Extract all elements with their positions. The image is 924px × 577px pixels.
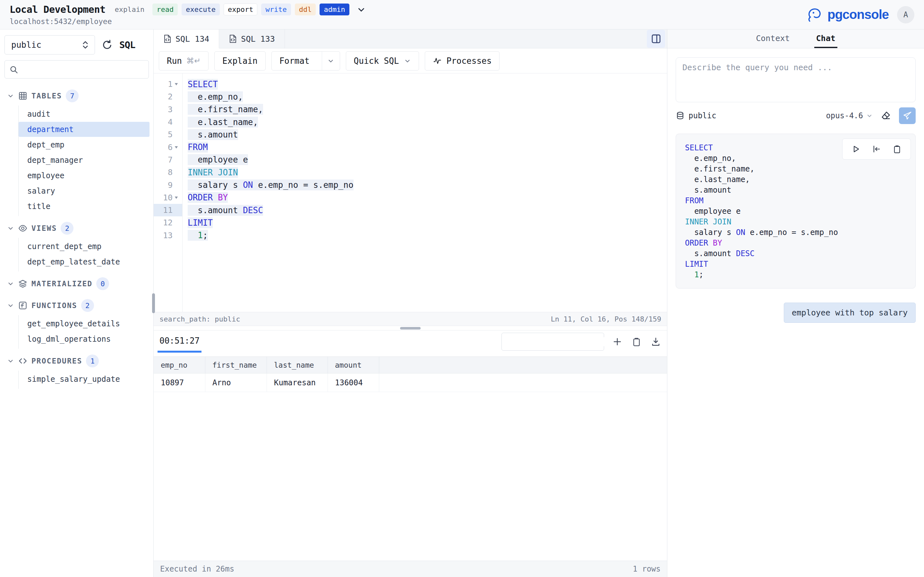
code-line-3[interactable]: e.first_name,: [188, 103, 667, 116]
line-number-1[interactable]: 1: [153, 78, 182, 90]
avatar[interactable]: A: [897, 6, 914, 23]
database-chip[interactable]: public: [676, 111, 716, 121]
results-search-input[interactable]: [509, 337, 607, 346]
schema-select[interactable]: public: [5, 35, 95, 55]
sidebar-search-input[interactable]: [21, 65, 144, 74]
line-number-10[interactable]: 10: [153, 191, 182, 204]
section-label: VIEWS: [31, 224, 57, 232]
format-label[interactable]: Format: [272, 52, 317, 70]
section-header-functions[interactable]: FUNCTIONS2: [0, 296, 153, 315]
run-sql-icon[interactable]: [851, 145, 861, 153]
line-number-9[interactable]: 9: [153, 179, 182, 191]
code-line-9[interactable]: salary s ON e.emp_no = s.emp_no: [188, 179, 667, 191]
cell-last_name[interactable]: Kumaresan: [267, 374, 328, 392]
connection-menu-chevron-icon[interactable]: [357, 5, 366, 15]
code-line-1[interactable]: SELECT: [188, 78, 667, 90]
tree-item-dept_manager[interactable]: dept_manager: [19, 153, 150, 168]
clear-chat-icon[interactable]: [880, 110, 891, 121]
tree-item-log_dml_operations[interactable]: log_dml_operations: [19, 332, 150, 347]
section-header-materialized[interactable]: MATERIALIZED0: [0, 274, 153, 293]
tab-chat[interactable]: Chat: [814, 29, 837, 48]
cell-amount[interactable]: 136004: [328, 374, 379, 392]
code-line-8[interactable]: INNER JOIN: [188, 166, 667, 179]
line-number-8[interactable]: 8: [153, 166, 182, 179]
cell-emp_no[interactable]: 10897: [153, 374, 205, 392]
code-line-2[interactable]: e.emp_no,: [188, 90, 667, 103]
assistant-tabs: Context Chat: [667, 29, 924, 48]
chevron-down-icon: [7, 280, 14, 287]
code-line-10[interactable]: ORDER BY: [188, 191, 667, 204]
tree-item-simple_salary_update[interactable]: simple_salary_update: [19, 372, 150, 387]
sidebar-resize-handle[interactable]: [152, 293, 155, 313]
tree-item-salary[interactable]: salary: [19, 183, 150, 198]
section-header-views[interactable]: VIEWS2: [0, 219, 153, 238]
editor-tabbar: SQL 134 SQL 133: [153, 29, 667, 48]
code-line-12[interactable]: LIMIT: [188, 216, 667, 229]
add-result-tab-icon[interactable]: [612, 337, 622, 347]
download-results-icon[interactable]: [651, 337, 661, 347]
split-view-button[interactable]: [647, 30, 665, 48]
column-header-emp_no[interactable]: emp_no: [153, 357, 205, 373]
section-label: PROCEDURES: [31, 357, 82, 365]
table-row[interactable]: 10897ArnoKumaresan136004: [153, 374, 667, 392]
section-header-tables[interactable]: TABLES7: [0, 86, 153, 105]
tab-sql-134[interactable]: SQL 134: [153, 29, 219, 48]
line-number-12[interactable]: 12: [153, 216, 182, 229]
line-number-6[interactable]: 6: [153, 141, 182, 153]
sql-editor[interactable]: 12345678910111213 SELECT e.emp_no, e.fir…: [153, 73, 667, 312]
tree-item-dept_emp_latest_date[interactable]: dept_emp_latest_date: [19, 254, 150, 269]
line-number-4[interactable]: 4: [153, 116, 182, 128]
line-number-5[interactable]: 5: [153, 128, 182, 141]
code-line-13[interactable]: 1;: [188, 229, 667, 242]
explain-button[interactable]: Explain: [214, 51, 266, 71]
run-button[interactable]: Run ⌘↵: [159, 51, 208, 71]
code-line-7[interactable]: employee e: [188, 153, 667, 166]
assistant-code-line-10: ORDER BY: [685, 237, 906, 248]
line-number-2[interactable]: 2: [153, 90, 182, 103]
run-label: Run: [167, 56, 182, 66]
results-resize-handle[interactable]: [400, 327, 421, 330]
tree-item-department[interactable]: department: [19, 122, 150, 137]
permission-badges: explainreadexecuteexportwriteddladmin: [111, 3, 349, 15]
send-button[interactable]: [899, 107, 916, 124]
code-line-4[interactable]: e.last_name,: [188, 116, 667, 128]
editor-code[interactable]: SELECT e.emp_no, e.first_name, e.last_na…: [183, 73, 667, 312]
tree-item-audit[interactable]: audit: [19, 106, 150, 121]
sidebar-search[interactable]: [5, 60, 149, 79]
code-line-6[interactable]: FROM: [188, 141, 667, 153]
insert-to-editor-icon[interactable]: [872, 145, 881, 153]
processes-button[interactable]: Processes: [425, 51, 499, 71]
tab-context[interactable]: Context: [754, 29, 792, 48]
copy-sql-icon[interactable]: [893, 145, 901, 153]
column-header-amount[interactable]: amount: [328, 357, 379, 373]
line-number-3[interactable]: 3: [153, 103, 182, 116]
quick-sql-button[interactable]: Quick SQL: [346, 51, 419, 71]
editor-panel: SQL 134 SQL 133 Run ⌘↵ Explain Format: [153, 29, 667, 577]
format-dropdown-chevron-icon[interactable]: [322, 52, 340, 70]
column-header-last_name[interactable]: last_name: [267, 357, 328, 373]
tree-item-employee[interactable]: employee: [19, 168, 150, 183]
tree-item-title[interactable]: title: [19, 199, 150, 214]
chat-input[interactable]: [682, 63, 909, 97]
execution-timer: 00:51:27: [160, 336, 200, 346]
tree-item-current_dept_emp[interactable]: current_dept_emp: [19, 239, 150, 254]
tab-sql-133[interactable]: SQL 133: [219, 29, 284, 48]
format-button[interactable]: Format: [271, 51, 340, 71]
tree-item-dept_emp[interactable]: dept_emp: [19, 137, 150, 152]
line-number-7[interactable]: 7: [153, 153, 182, 166]
code-line-11[interactable]: s.amount DESC: [188, 204, 667, 216]
line-number-13[interactable]: 13: [153, 229, 182, 242]
copy-results-icon[interactable]: [632, 337, 641, 347]
search-path-status: search_path: public: [160, 315, 240, 323]
column-header-first_name[interactable]: first_name: [205, 357, 267, 373]
tree-item-get_employee_details[interactable]: get_employee_details: [19, 316, 150, 331]
cell-first_name[interactable]: Arno: [205, 374, 267, 392]
code-line-5[interactable]: s.amount: [188, 128, 667, 141]
section-header-procedures[interactable]: PROCEDURES1: [0, 351, 153, 371]
result-timer-tab[interactable]: 00:51:27: [158, 330, 202, 353]
results-search[interactable]: [501, 333, 604, 351]
model-select[interactable]: opus-4.6: [826, 111, 873, 120]
refresh-icon[interactable]: [102, 39, 113, 51]
line-number-11[interactable]: 11: [153, 204, 182, 216]
code-icon: [18, 356, 27, 366]
